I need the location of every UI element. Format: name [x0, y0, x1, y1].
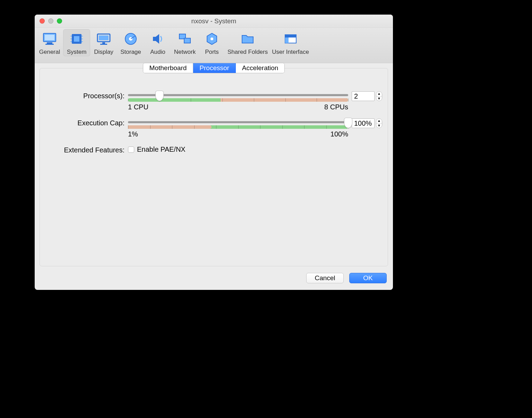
processors-stepper[interactable]: ▲ ▼ — [376, 91, 382, 101]
checkbox-box-icon — [128, 147, 134, 153]
pae-nx-checkbox[interactable]: Enable PAE/NX — [128, 145, 186, 153]
slider-thumb[interactable] — [344, 118, 352, 128]
processors-slider[interactable]: 1 CPU 8 CPUs — [128, 91, 348, 111]
folder-icon — [240, 31, 255, 47]
tab-motherboard[interactable]: Motherboard — [143, 63, 194, 73]
toolbar-storage[interactable]: Storage — [117, 29, 144, 56]
processors-row: Processor(s): 1 CPU 8 CPUs — [45, 91, 382, 111]
window-title: nxosv - System — [35, 17, 393, 25]
svg-rect-2 — [47, 42, 52, 44]
titlebar: nxosv - System — [35, 15, 393, 28]
toolbar-label: General — [39, 49, 60, 56]
svg-rect-3 — [45, 44, 54, 45]
execution-cap-field: ▲ ▼ — [352, 118, 382, 128]
disk-icon — [123, 31, 138, 47]
settings-toolbar: General System Display Storage Audio — [35, 28, 393, 63]
toolbar-label: Display — [94, 49, 113, 56]
execution-cap-row: Execution Cap: 1% 100% — [45, 118, 382, 138]
toolbar-label: User Interface — [272, 49, 309, 56]
exec-min-label: 1% — [128, 130, 138, 138]
svg-rect-22 — [285, 35, 296, 37]
svg-rect-23 — [285, 37, 289, 43]
extended-features-label: Extended Features: — [45, 145, 128, 154]
processors-field: ▲ ▼ — [352, 91, 382, 101]
tab-acceleration[interactable]: Acceleration — [236, 63, 285, 73]
chip-icon — [69, 31, 84, 47]
execution-cap-slider[interactable]: 1% 100% — [128, 118, 348, 138]
svg-rect-1 — [45, 35, 54, 40]
minimize-window-button[interactable] — [48, 18, 53, 24]
toolbar-audio[interactable]: Audio — [144, 29, 171, 56]
toolbar-label: System — [67, 49, 87, 56]
zoom-window-button[interactable] — [57, 18, 62, 24]
settings-window: nxosv - System General System Display St… — [35, 15, 393, 290]
toolbar-general[interactable]: General — [36, 29, 63, 56]
toolbar-system[interactable]: System — [63, 29, 90, 56]
ok-button[interactable]: OK — [349, 273, 387, 283]
svg-rect-5 — [74, 36, 79, 42]
display-icon — [96, 31, 111, 47]
window-controls — [40, 18, 62, 24]
toolbar-shared-folders[interactable]: Shared Folders — [225, 29, 270, 56]
toolbar-network[interactable]: Network — [171, 29, 198, 56]
content-area: Motherboard Processor Acceleration Proce… — [35, 63, 393, 271]
toolbar-ports[interactable]: Ports — [198, 29, 225, 56]
processor-form: Processor(s): 1 CPU 8 CPUs — [40, 88, 388, 154]
tab-processor[interactable]: Processor — [193, 63, 236, 73]
svg-rect-15 — [100, 44, 107, 45]
toolbar-display[interactable]: Display — [90, 29, 117, 56]
toolbar-label: Audio — [150, 49, 165, 56]
ports-icon — [204, 31, 220, 47]
svg-rect-13 — [99, 35, 109, 40]
cancel-button[interactable]: Cancel — [306, 273, 344, 283]
pae-nx-label: Enable PAE/NX — [137, 145, 186, 153]
monitor-icon — [42, 31, 57, 47]
stepper-up-icon[interactable]: ▲ — [376, 119, 382, 124]
stepper-up-icon[interactable]: ▲ — [376, 92, 382, 97]
window-icon — [283, 31, 298, 47]
toolbar-label: Ports — [205, 49, 219, 56]
close-window-button[interactable] — [40, 18, 45, 24]
svg-point-20 — [211, 37, 213, 40]
processors-max-label: 8 CPUs — [324, 103, 348, 111]
processors-label: Processor(s): — [45, 91, 128, 100]
execution-cap-input[interactable] — [352, 118, 375, 128]
svg-rect-14 — [102, 42, 105, 44]
dialog-footer: Cancel OK — [35, 271, 393, 290]
toolbar-user-interface[interactable]: User Interface — [270, 29, 311, 56]
processors-input[interactable] — [352, 91, 375, 101]
toolbar-label: Storage — [120, 49, 141, 56]
stepper-down-icon[interactable]: ▼ — [376, 97, 382, 101]
network-icon — [177, 31, 192, 47]
toolbar-label: Shared Folders — [228, 49, 268, 56]
toolbar-label: Network — [174, 49, 196, 56]
exec-max-label: 100% — [331, 130, 348, 138]
processors-min-label: 1 CPU — [128, 103, 148, 111]
settings-panel: Motherboard Processor Acceleration Proce… — [40, 68, 388, 266]
subtabs: Motherboard Processor Acceleration — [143, 63, 285, 73]
extended-features-row: Extended Features: Enable PAE/NX — [45, 145, 382, 154]
svg-rect-19 — [184, 38, 190, 43]
stepper-down-icon[interactable]: ▼ — [376, 124, 382, 128]
execution-cap-stepper[interactable]: ▲ ▼ — [376, 118, 382, 128]
execution-cap-label: Execution Cap: — [45, 118, 128, 127]
speaker-icon — [150, 31, 165, 47]
